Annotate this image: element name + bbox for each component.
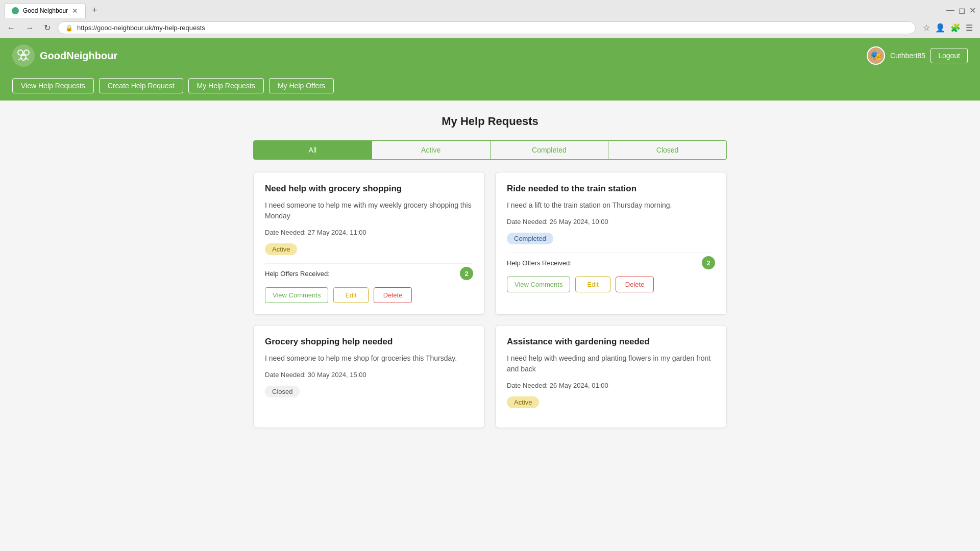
card-2: Grocery shopping help needed I need some…: [253, 325, 485, 428]
card-0-edit-button[interactable]: Edit: [333, 287, 368, 303]
card-3-title: Assistance with gardening needed: [507, 337, 715, 347]
tab-favicon: [12, 7, 19, 14]
card-0-delete-button[interactable]: Delete: [374, 287, 412, 303]
nav-my-help-offers[interactable]: My Help Offers: [269, 78, 334, 93]
card-1-actions: View Comments Edit Delete: [507, 277, 715, 292]
filter-tab-active[interactable]: Active: [372, 140, 491, 160]
filter-tabs: All Active Completed Closed: [253, 140, 727, 160]
header-nav: View Help Requests Create Help Request M…: [0, 73, 980, 101]
card-1-edit-button[interactable]: Edit: [575, 277, 610, 292]
forward-button[interactable]: →: [22, 21, 37, 35]
card-0-offers-row: Help Offers Received: 2: [265, 263, 473, 280]
profile-icon[interactable]: 👤: [935, 23, 945, 33]
tab-bar: Good Neighbour ✕ + — ◻ ✕: [0, 0, 980, 18]
user-avatar: 🎭: [867, 46, 885, 65]
nav-bar: ← → ↻ 🔒 https://good-neighbour.uk/my-hel…: [0, 18, 980, 38]
logo-icon: [12, 44, 35, 67]
back-button[interactable]: ←: [4, 21, 18, 35]
card-1-delete-button[interactable]: Delete: [616, 277, 654, 292]
card-3-date: Date Needed: 26 May 2024, 01:00: [507, 382, 715, 389]
card-1-offers-row: Help Offers Received: 2: [507, 253, 715, 269]
card-0-view-comments-button[interactable]: View Comments: [265, 287, 328, 303]
card-2-title: Grocery shopping help needed: [265, 337, 473, 347]
logo-text: GoodNeighbour: [40, 50, 117, 62]
browser-tab[interactable]: Good Neighbour ✕: [4, 3, 86, 18]
nav-view-help-requests[interactable]: View Help Requests: [12, 78, 94, 93]
card-1-status: Completed: [507, 233, 553, 244]
card-0-actions: View Comments Edit Delete: [265, 287, 473, 303]
tab-close-button[interactable]: ✕: [72, 7, 78, 15]
header-top: GoodNeighbour 🎭 Cuthbert85 Logout: [0, 38, 980, 73]
card-2-desc: I need someone to help me shop for groce…: [265, 353, 473, 364]
extensions-icon[interactable]: 🧩: [950, 23, 961, 33]
card-0: Need help with grocery shopping I need s…: [253, 172, 485, 315]
minimize-icon[interactable]: —: [946, 6, 954, 15]
tab-controls: — ◻ ✕: [946, 6, 976, 15]
card-3: Assistance with gardening needed I need …: [495, 325, 727, 428]
cards-grid: Need help with grocery shopping I need s…: [253, 172, 727, 428]
bookmark-icon[interactable]: ☆: [923, 23, 930, 33]
card-0-offers-label: Help Offers Received:: [265, 270, 330, 278]
card-1-view-comments-button[interactable]: View Comments: [507, 277, 570, 292]
url-bar[interactable]: 🔒 https://good-neighbour.uk/my-help-requ…: [58, 21, 916, 34]
username: Cuthbert85: [890, 52, 925, 60]
card-1-date: Date Needed: 26 May 2024, 10:00: [507, 218, 715, 226]
url-text: https://good-neighbour.uk/my-help-reques…: [77, 24, 205, 32]
card-3-status: Active: [507, 396, 539, 408]
menu-icon[interactable]: ☰: [966, 23, 973, 33]
card-3-desc: I need help with weeding and planting fl…: [507, 353, 715, 374]
new-tab-button[interactable]: +: [88, 5, 102, 16]
tab-title: Good Neighbour: [23, 7, 68, 14]
header-right: 🎭 Cuthbert85 Logout: [867, 46, 968, 65]
card-1-title: Ride needed to the train station: [507, 184, 715, 194]
card-2-status: Closed: [265, 386, 300, 397]
card-0-desc: I need someone to help me with my weekly…: [265, 200, 473, 221]
filter-tab-completed[interactable]: Completed: [491, 140, 609, 160]
card-2-date: Date Needed: 30 May 2024, 15:00: [265, 371, 473, 379]
app-header: GoodNeighbour 🎭 Cuthbert85 Logout View H…: [0, 38, 980, 101]
maximize-icon[interactable]: ◻: [959, 6, 965, 15]
nav-create-help-request[interactable]: Create Help Request: [99, 78, 183, 93]
main-content: My Help Requests All Active Completed Cl…: [245, 101, 735, 442]
lock-icon: 🔒: [65, 24, 73, 32]
filter-tab-all[interactable]: All: [253, 140, 372, 160]
refresh-button[interactable]: ↻: [41, 21, 54, 35]
logo-area: GoodNeighbour: [12, 44, 117, 67]
card-0-title: Need help with grocery shopping: [265, 184, 473, 194]
card-1-offers-label: Help Offers Received:: [507, 259, 572, 267]
logout-button[interactable]: Logout: [930, 48, 968, 63]
card-0-status: Active: [265, 243, 297, 255]
filter-tab-closed[interactable]: Closed: [608, 140, 727, 160]
card-1-offers-count: 2: [702, 256, 715, 269]
card-1: Ride needed to the train station I need …: [495, 172, 727, 315]
page-title: My Help Requests: [253, 115, 727, 128]
card-1-desc: I need a lift to the train station on Th…: [507, 200, 715, 211]
browser-chrome: Good Neighbour ✕ + — ◻ ✕ ← → ↻ 🔒 https:/…: [0, 0, 980, 38]
card-0-offers-count: 2: [460, 267, 473, 280]
browser-nav-actions: ☆ 👤 🧩 ☰: [920, 23, 976, 33]
close-window-icon[interactable]: ✕: [969, 6, 976, 15]
card-0-date: Date Needed: 27 May 2024, 11:00: [265, 229, 473, 236]
nav-my-help-requests[interactable]: My Help Requests: [188, 78, 264, 93]
